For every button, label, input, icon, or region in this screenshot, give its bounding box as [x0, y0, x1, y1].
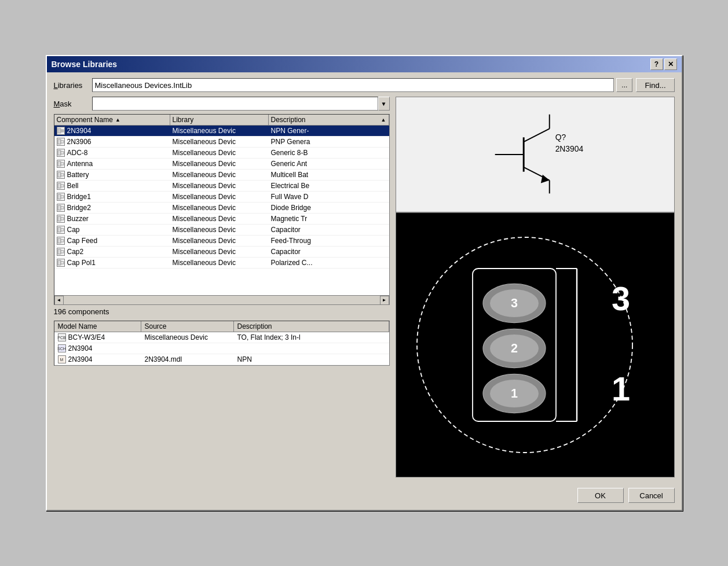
- component-library: Miscellaneous Devic: [170, 203, 269, 213]
- mask-dropdown-arrow[interactable]: ▼: [378, 97, 390, 111]
- model-source: Miscellaneous Devic: [141, 332, 234, 343]
- th-component-name[interactable]: Component Name ▲: [54, 115, 170, 125]
- mask-input-wrap: ▼: [92, 97, 390, 111]
- ok-button[interactable]: OK: [577, 488, 624, 503]
- cancel-button[interactable]: Cancel: [628, 488, 675, 503]
- svg-rect-15: [61, 207, 64, 209]
- component-icon: [57, 138, 65, 146]
- svg-rect-19: [61, 229, 64, 231]
- model-table: Model Name Source Description PCB BCY-: [54, 321, 390, 366]
- libraries-input[interactable]: [92, 78, 614, 92]
- mth-model-name[interactable]: Model Name: [54, 321, 141, 332]
- component-name: ADC-8: [67, 149, 88, 157]
- scroll-left-button[interactable]: ◄: [54, 296, 64, 305]
- table-row[interactable]: Battery Miscellaneous Devic Multicell Ba…: [54, 170, 389, 181]
- table-row[interactable]: Cap Miscellaneous Devic Capacitor: [54, 225, 389, 236]
- dialog-body: Libraries ... Find... Mask ▼: [47, 72, 682, 510]
- table-row[interactable]: Bridge1 Miscellaneous Devic Full Wave D: [54, 192, 389, 203]
- model-name: 2N3904: [68, 355, 93, 363]
- svg-text:1: 1: [612, 370, 630, 407]
- component-icon: [57, 182, 65, 190]
- table-row[interactable]: 2N3904 Miscellaneous Devic NPN Gener-: [54, 126, 389, 137]
- svg-rect-10: [58, 183, 61, 188]
- sort-arrow: ▲: [115, 117, 120, 123]
- model-row[interactable]: M 2N3904 2N3904.mdl NPN: [54, 354, 389, 365]
- svg-rect-7: [61, 163, 64, 165]
- component-description: Feed-Throug: [269, 236, 389, 246]
- component-description: Capacitor: [269, 225, 389, 235]
- component-name: Bridge1: [67, 193, 91, 201]
- svg-rect-22: [58, 249, 61, 254]
- svg-text:2N3904: 2N3904: [555, 144, 583, 153]
- component-icon: [57, 226, 65, 234]
- model-row[interactable]: PCB BCY-W3/E4 Miscellaneous Devic TO, Fl…: [54, 332, 389, 343]
- svg-rect-3: [61, 141, 64, 143]
- table-row[interactable]: Bridge2 Miscellaneous Devic Diode Bridge: [54, 203, 389, 214]
- component-library: Miscellaneous Devic: [170, 236, 269, 246]
- component-name: Antenna: [67, 160, 93, 168]
- component-icon: [57, 193, 65, 201]
- svg-rect-5: [61, 152, 64, 154]
- scroll-up-arrow[interactable]: ▲: [381, 117, 386, 123]
- mdl-model-icon: M: [58, 355, 66, 363]
- svg-rect-1: [61, 130, 64, 132]
- table-row[interactable]: Bell Miscellaneous Devic Electrical Be: [54, 181, 389, 192]
- libraries-ellipsis-button[interactable]: ...: [616, 78, 632, 92]
- table-row[interactable]: Cap Feed Miscellaneous Devic Feed-Throug: [54, 236, 389, 247]
- model-row[interactable]: SCH 2N3904: [54, 343, 389, 354]
- th-library[interactable]: Library: [170, 115, 269, 125]
- model-description: NPN: [234, 354, 389, 365]
- svg-rect-13: [61, 196, 64, 198]
- table-row[interactable]: Cap2 Miscellaneous Devic Capacitor: [54, 247, 389, 258]
- component-name: Battery: [67, 171, 89, 179]
- component-icon: [57, 149, 65, 157]
- find-button[interactable]: Find...: [636, 78, 674, 92]
- component-library: Miscellaneous Devic: [170, 170, 269, 180]
- mask-input[interactable]: [92, 97, 378, 111]
- main-area: Mask ▼ Component Name ▲ Library: [54, 97, 675, 477]
- left-panel: Mask ▼ Component Name ▲ Library: [54, 97, 390, 477]
- table-row[interactable]: ADC-8 Miscellaneous Devic Generic 8-B: [54, 148, 389, 159]
- component-icon: [57, 171, 65, 179]
- scroll-track[interactable]: [64, 296, 380, 304]
- help-button[interactable]: ?: [650, 58, 663, 70]
- component-icon: [57, 237, 65, 245]
- pcb-preview: 3 2 1 3 1: [396, 212, 675, 477]
- mth-description[interactable]: Description: [234, 321, 389, 332]
- svg-rect-16: [58, 216, 61, 221]
- component-library: Miscellaneous Devic: [170, 214, 269, 224]
- table-row[interactable]: Antenna Miscellaneous Devic Generic Ant: [54, 159, 389, 170]
- component-icon: [57, 259, 65, 267]
- model-description: [234, 343, 389, 354]
- component-description: Generic 8-B: [269, 148, 389, 158]
- title-bar-buttons: ? ✕: [650, 58, 677, 70]
- component-icon: [57, 248, 65, 256]
- scroll-right-button[interactable]: ►: [380, 296, 389, 305]
- svg-rect-11: [61, 185, 64, 187]
- table-row[interactable]: 2N3906 Miscellaneous Devic PNP Genera: [54, 137, 389, 148]
- svg-rect-4: [58, 150, 61, 155]
- horizontal-scrollbar[interactable]: ◄ ►: [54, 295, 389, 304]
- component-name: Cap: [67, 226, 80, 234]
- component-description: Full Wave D: [269, 192, 389, 202]
- model-source: [141, 343, 234, 354]
- component-icon: [57, 204, 65, 212]
- close-button[interactable]: ✕: [664, 58, 677, 70]
- mth-source[interactable]: Source: [141, 321, 234, 332]
- libraries-label: Libraries: [54, 81, 89, 90]
- component-library: Miscellaneous Devic: [170, 148, 269, 158]
- component-library: Miscellaneous Devic: [170, 192, 269, 202]
- component-name: 2N3904: [67, 127, 92, 135]
- svg-rect-8: [58, 172, 61, 177]
- model-header: Model Name Source Description: [54, 321, 389, 332]
- table-row[interactable]: Cap Pol1 Miscellaneous Devic Polarized C…: [54, 258, 389, 269]
- libraries-row: Libraries ... Find...: [54, 78, 675, 92]
- svg-rect-2: [58, 139, 61, 144]
- th-description[interactable]: Description ▲: [269, 115, 389, 125]
- component-count: 196 components: [54, 307, 390, 316]
- sch-model-icon: SCH: [58, 344, 66, 352]
- table-row[interactable]: Buzzer Miscellaneous Devic Magnetic Tr: [54, 214, 389, 225]
- table-body[interactable]: 2N3904 Miscellaneous Devic NPN Gener- 2N…: [54, 126, 389, 295]
- component-library: Miscellaneous Devic: [170, 181, 269, 191]
- svg-rect-25: [61, 262, 64, 264]
